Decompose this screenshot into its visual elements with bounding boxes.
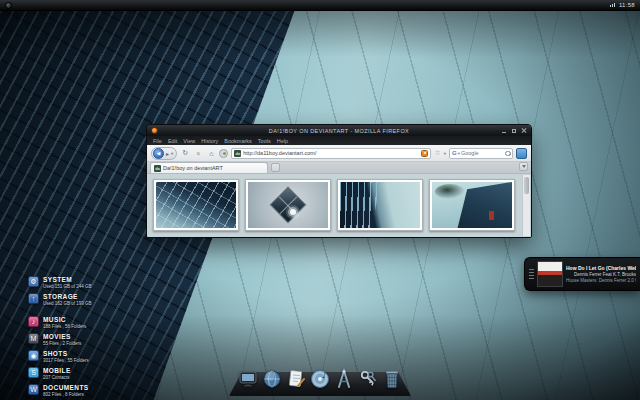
panel-orb-button[interactable] — [5, 2, 12, 9]
menu-help[interactable]: Help — [277, 138, 288, 144]
scrollbar-thumb[interactable] — [524, 177, 529, 194]
minimize-button[interactable] — [501, 128, 507, 134]
track-album: House Masters: Dennis Ferrer 2.0 WEB — [566, 278, 636, 283]
back-button[interactable]: ◀ — [153, 148, 164, 159]
stat-shots[interactable]: ◉ SHOTS 3017 Files , 55 Folders — [28, 350, 89, 364]
tab-favicon: da — [154, 165, 161, 172]
stat-label: DOCUMENTS — [43, 384, 89, 392]
diamond-pyramid-photo — [248, 182, 328, 228]
gallery-thumbnail-louvers[interactable] — [337, 179, 423, 231]
stat-movies[interactable]: M MOVIES 55 Files , 2 Folders — [28, 333, 81, 347]
page-content-gallery — [147, 174, 531, 237]
stat-label: SYSTEM — [43, 276, 92, 284]
stop-button[interactable]: × — [193, 150, 203, 157]
search-magnifier-icon[interactable] — [505, 151, 510, 156]
menu-history[interactable]: History — [201, 138, 218, 144]
window-titlebar[interactable]: Da!1!boy on deviantART - Mozilla Firefox — [147, 125, 531, 136]
rss-feed-icon[interactable] — [421, 150, 428, 157]
compass-icon[interactable] — [333, 368, 355, 390]
tab-active[interactable]: da Da!1!boy on deviantART — [150, 162, 268, 173]
music-cd-icon[interactable]: ♪ — [309, 368, 331, 390]
stat-mobile[interactable]: S MOBILE 207 Contacts — [28, 367, 71, 381]
trash-icon[interactable] — [381, 368, 403, 390]
skylight-grid-photo — [156, 182, 236, 228]
navigation-toolbar: ◀ ▸ ▾ ↻ × ⌂ da http://da11boy.deviantart… — [147, 145, 531, 162]
search-engine-dropdown-icon[interactable]: ▾ — [458, 151, 460, 156]
menu-bookmarks[interactable]: Bookmarks — [224, 138, 252, 144]
extension-button[interactable] — [516, 148, 527, 159]
menu-edit[interactable]: Edit — [168, 138, 177, 144]
stat-system[interactable]: ⚙ SYSTEM Used 151 GB of 244 GB — [28, 276, 92, 290]
deviantart-favicon: da — [234, 150, 241, 157]
building-corner-photo — [432, 182, 512, 228]
keys-icon[interactable] — [357, 368, 379, 390]
album-art — [537, 261, 563, 287]
stat-label: MOVIES — [43, 333, 81, 341]
louver-stripes — [340, 182, 420, 228]
vertical-scrollbar[interactable] — [522, 175, 530, 236]
window-title: Da!1!boy on deviantART - Mozilla Firefox — [147, 128, 531, 134]
menu-bar: File Edit View History Bookmarks Tools H… — [147, 136, 531, 145]
identity-icon[interactable] — [219, 149, 228, 158]
volume-icon[interactable] — [610, 3, 615, 7]
stat-detail: 55 Files , 2 Folders — [43, 341, 81, 347]
music-note-icon: ♪ — [28, 316, 39, 327]
url-bar[interactable]: da http://da11boy.deviantart.com/ — [231, 148, 431, 159]
stat-documents[interactable]: W DOCUMENTS 802 Files , 8 Folders — [28, 384, 89, 398]
highlight-dot — [290, 209, 296, 215]
maximize-button[interactable] — [511, 128, 517, 134]
stat-label: MOBILE — [43, 367, 71, 375]
firefox-window: Da!1!boy on deviantART - Mozilla Firefox… — [146, 124, 532, 238]
stat-detail: Used 162 GB of 199 GB — [43, 301, 92, 307]
stat-detail: Used 151 GB of 244 GB — [43, 284, 92, 290]
stat-detail: 207 Contacts — [43, 375, 71, 381]
stat-label: STORAGE — [43, 293, 92, 301]
storage-drive-icon: ↑ — [28, 293, 39, 304]
top-panel: 11:58 — [0, 0, 640, 11]
tree-shape — [435, 184, 465, 199]
gallery-thumbnail-diamond[interactable] — [245, 179, 331, 231]
home-button[interactable]: ⌂ — [206, 150, 216, 157]
menu-tools[interactable]: Tools — [258, 138, 271, 144]
stat-music[interactable]: ♪ MUSIC 188 Files , 56 Folders — [28, 316, 86, 330]
stat-storage[interactable]: ↑ STORAGE Used 162 GB of 199 GB — [28, 293, 92, 307]
reload-button[interactable]: ↻ — [180, 149, 190, 157]
track-title: How Do I Let Go (Charles Web... — [566, 265, 636, 271]
google-logo-icon[interactable]: G — [452, 150, 457, 156]
word-icon: W — [28, 384, 39, 395]
diamond-shape — [270, 187, 307, 224]
forward-button[interactable]: ▸ — [166, 150, 169, 157]
list-all-tabs-button[interactable] — [519, 162, 528, 171]
bookmark-star-icon[interactable]: ☆ — [434, 149, 440, 157]
red-door-shape — [489, 211, 494, 220]
bookmark-dropdown-icon[interactable]: ▾ — [444, 151, 446, 156]
stat-detail: 188 Files , 56 Folders — [43, 324, 86, 330]
globe-icon[interactable] — [261, 368, 283, 390]
dock: ♪ — [225, 362, 415, 396]
display-icon[interactable] — [237, 368, 259, 390]
history-dropdown-icon[interactable]: ▾ — [171, 151, 173, 156]
stat-label: SHOTS — [43, 350, 89, 358]
menu-file[interactable]: File — [153, 138, 162, 144]
tab-label: Da!1!boy on deviantART — [163, 165, 223, 171]
track-artist: Dennis Ferrer Feat K.T. Brooks — [574, 272, 636, 277]
now-playing-widget[interactable]: How Do I Let Go (Charles Web... Dennis F… — [524, 257, 640, 291]
svg-text:♪: ♪ — [322, 371, 327, 380]
clock: 11:58 — [619, 2, 635, 8]
player-controls[interactable] — [529, 269, 534, 279]
close-button[interactable] — [521, 128, 527, 134]
skype-icon: S — [28, 367, 39, 378]
gallery-thumbnail-corner[interactable] — [429, 179, 515, 231]
search-input[interactable] — [461, 150, 504, 156]
stat-label: MUSIC — [43, 316, 86, 324]
building-louvers-photo — [340, 182, 420, 228]
search-box[interactable]: G ▾ — [449, 148, 513, 159]
new-tab-button[interactable] — [271, 163, 280, 172]
stat-detail: 3017 Files , 55 Folders — [43, 358, 89, 364]
menu-view[interactable]: View — [183, 138, 195, 144]
url-text[interactable]: http://da11boy.deviantart.com/ — [243, 150, 419, 156]
camera-icon: ◉ — [28, 350, 39, 361]
gallery-thumbnail-skylight[interactable] — [153, 179, 239, 231]
stat-detail: 802 Files , 8 Folders — [43, 392, 89, 398]
notes-icon[interactable] — [285, 368, 307, 390]
